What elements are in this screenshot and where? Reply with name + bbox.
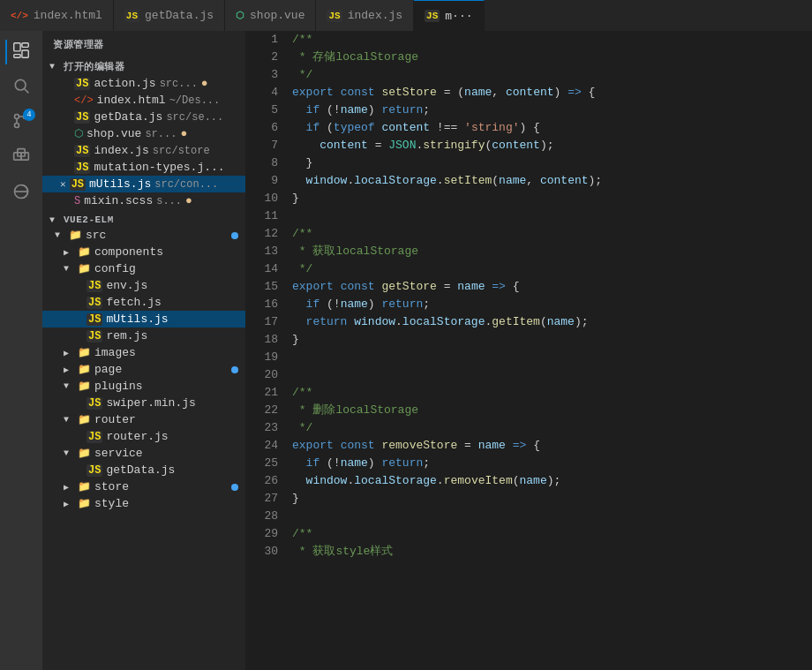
keyword-token: const [341, 280, 375, 293]
tab-getData-js[interactable]: JSgetData.js [114, 0, 225, 31]
op-token: ; [423, 103, 430, 117]
tree-item-page[interactable]: ▶📁page [42, 361, 245, 378]
svg-rect-0 [14, 42, 20, 50]
search-icon [12, 77, 30, 99]
js-file-icon: JS [86, 431, 102, 443]
folder-arrow: ▶ [64, 365, 78, 375]
activity-search[interactable] [5, 72, 37, 103]
code-line-15: export const getStore = name => { [292, 278, 805, 296]
folder-arrow: ▶ [64, 247, 78, 258]
code-content[interactable]: 1234567891011121314151617181920212223242… [245, 31, 812, 670]
line-number-30: 30 [252, 543, 278, 561]
tree-badge [231, 366, 238, 373]
tree-item-rem-js[interactable]: JSrem.js [42, 327, 245, 344]
code-line-7: content = JSON.stringify(content); [292, 137, 805, 154]
tab-index-js[interactable]: JSindex.js [316, 0, 414, 31]
open-editors-header[interactable]: ▼ 打开的编辑器 [42, 58, 245, 75]
tree-item-plugins[interactable]: ▼📁plugins [42, 378, 245, 395]
line-number-21: 21 [252, 384, 278, 402]
open-editor-label: index.js [94, 144, 148, 157]
open-editor-item-action-js[interactable]: JSaction.jssrc...● [42, 75, 245, 92]
open-editor-suffix: src... [160, 78, 198, 90]
folder-arrow: ▶ [64, 499, 78, 509]
tree-item-images[interactable]: ▶📁images [42, 344, 245, 361]
tab-index-html[interactable]: </>index.html [0, 0, 114, 31]
open-editor-item-index-js-open[interactable]: JSindex.jssrc/store [42, 142, 245, 159]
tree-item-swiper-min-js[interactable]: JSswiper.min.js [42, 395, 245, 411]
tree-item-service[interactable]: ▼📁service [42, 445, 245, 462]
tree-item-config[interactable]: ▼📁config [42, 260, 245, 277]
var-token: name [547, 315, 575, 328]
tree-item-style[interactable]: ▶📁style [42, 495, 245, 512]
tree-item-label: images [94, 346, 136, 359]
tab-label: m··· [445, 10, 472, 23]
line-number-22: 22 [252, 402, 278, 419]
close-icon[interactable]: ✕ [60, 178, 66, 190]
op-token: (! [320, 456, 340, 470]
line-number-15: 15 [252, 278, 278, 296]
prop-token: localStorage [402, 315, 485, 328]
var-token: name [478, 439, 506, 452]
open-editor-item-getData-js-open[interactable]: JSgetData.jssrc/se... [42, 109, 245, 125]
op-token: { [582, 86, 596, 99]
open-editor-item-mUtils-js-open[interactable]: ✕JSmUtils.jssrc/con... [42, 176, 245, 192]
tab-label: shop.vue [250, 9, 304, 22]
tree-item-label: service [94, 447, 143, 460]
code-lines: /** * 存储localStorage */export const setS… [285, 31, 812, 670]
code-line-5: if (!name) return; [292, 102, 805, 119]
activity-explorer[interactable] [5, 36, 37, 68]
main-area: 4 资源管理器 ▼ 打开的编辑器 JSaction.jssrc...●</>in… [0, 31, 812, 670]
modified-dot: ● [201, 77, 208, 90]
tree-item-fetch-js[interactable]: JSfetch.js [42, 294, 245, 311]
code-line-28 [292, 508, 805, 525]
tree-item-src[interactable]: ▼📁src [42, 227, 245, 244]
op-token: ); [575, 315, 589, 328]
tree-item-components[interactable]: ▶📁components [42, 244, 245, 260]
code-line-17: return window.localStorage.getItem(name)… [292, 313, 805, 331]
open-editor-label: mUtils.js [89, 177, 151, 191]
activity-extensions[interactable] [5, 142, 37, 174]
tab-label: index.html [34, 9, 102, 22]
open-editor-item-mixin-scss[interactable]: Smixin.scsss...● [42, 192, 245, 209]
open-editor-item-index-html-open[interactable]: </>index.html~/Des... [42, 92, 245, 109]
line-number-12: 12 [252, 225, 278, 243]
activity-remote[interactable] [5, 177, 37, 209]
code-line-22: * 删除localStorage [292, 402, 805, 419]
var-token: content [381, 121, 430, 134]
tree-item-getData-js-tree[interactable]: JSgetData.js [42, 462, 245, 478]
comment-token: */ [292, 421, 312, 434]
explorer-icon [11, 41, 31, 64]
var-token: name [341, 456, 368, 470]
code-line-11 [292, 207, 805, 225]
tree-item-router[interactable]: ▼📁router [42, 411, 245, 428]
op-token: ) [368, 103, 382, 117]
op-token: ; [423, 297, 430, 311]
line-number-20: 20 [252, 366, 278, 384]
svg-point-4 [15, 79, 26, 90]
code-line-8: } [292, 154, 805, 172]
tree-item-router-js[interactable]: JSrouter.js [42, 428, 245, 445]
code-line-3: */ [292, 66, 805, 84]
svg-rect-3 [14, 54, 20, 57]
tree-item-label: config [94, 262, 136, 275]
tree-item-label: components [94, 245, 163, 259]
tree-item-mUtils-js-tree[interactable]: JSmUtils.js [42, 311, 245, 327]
op-token [506, 439, 513, 452]
code-line-29: /** [292, 525, 805, 543]
prop-token: localStorage [354, 474, 437, 487]
comment-token: /** [292, 386, 312, 399]
op-token: } [292, 156, 312, 169]
tree-item-store[interactable]: ▶📁store [42, 478, 245, 495]
activity-source-control[interactable]: 4 [5, 107, 37, 139]
op-token [292, 103, 306, 117]
open-editor-item-mutation-types-js[interactable]: JSmutation-types.j... [42, 159, 245, 176]
tab-mUtils-js[interactable]: JSm··· [414, 0, 484, 31]
op-token: !== [430, 121, 464, 134]
code-line-30: * 获取style样式 [292, 543, 805, 561]
project-header[interactable]: ▼ VUE2-ELM [42, 213, 245, 227]
op-token: ) [368, 297, 382, 311]
tree-item-env-js[interactable]: JSenv.js [42, 277, 245, 294]
tab-shop-vue[interactable]: ⬡shop.vue [225, 0, 316, 31]
open-editor-item-shop-vue-open[interactable]: ⬡shop.vuesr...● [42, 125, 245, 142]
js-file-icon: JS [86, 297, 102, 309]
